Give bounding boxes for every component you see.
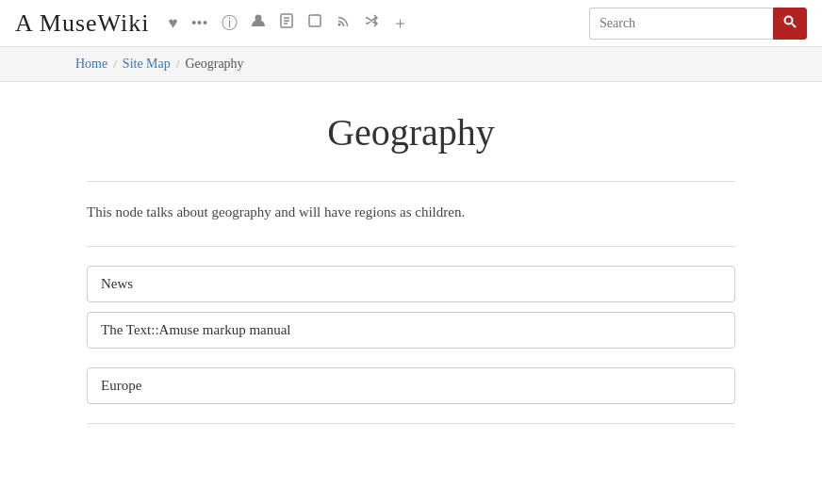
ellipsis-icon[interactable]: ••• (191, 14, 208, 33)
search-button[interactable] (773, 8, 807, 40)
svg-point-7 (785, 17, 793, 24)
title-divider (87, 181, 735, 182)
user-icon[interactable] (251, 13, 266, 33)
page-description: This node talks about geography and will… (87, 201, 735, 223)
content-divider (87, 246, 735, 247)
breadcrumb-sep-2: / (176, 57, 180, 72)
svg-rect-5 (309, 15, 321, 26)
book-icon[interactable] (279, 13, 294, 33)
breadcrumb-sitemap[interactable]: Site Map (123, 57, 171, 72)
heart-icon[interactable]: ♥ (169, 14, 178, 33)
navbar: A MuseWiki ♥ ••• ⓘ ＋ (0, 0, 822, 47)
child-node-europe[interactable]: Europe (87, 367, 735, 404)
child-node-textamuse[interactable]: The Text::Amuse markup manual (87, 312, 735, 349)
shuffle-icon[interactable] (364, 13, 379, 33)
main-content: Geography This node talks about geograph… (72, 82, 750, 480)
bottom-divider (87, 423, 735, 424)
search-form (589, 8, 807, 40)
child-nodes-group2: Europe (87, 367, 735, 404)
page-title: Geography (87, 110, 735, 154)
svg-point-6 (337, 24, 340, 26)
breadcrumb-sep-1: / (113, 57, 117, 72)
rss-icon[interactable] (336, 13, 351, 33)
svg-line-8 (792, 24, 796, 27)
breadcrumb-current: Geography (185, 57, 243, 72)
child-nodes-group1: News The Text::Amuse markup manual (87, 266, 735, 349)
site-brand[interactable]: A MuseWiki (15, 9, 150, 38)
tablet-icon[interactable] (307, 13, 322, 33)
breadcrumb-home[interactable]: Home (75, 57, 107, 72)
child-node-news[interactable]: News (87, 266, 735, 302)
nav-icons: ♥ ••• ⓘ ＋ (169, 12, 582, 34)
breadcrumb: Home / Site Map / Geography (0, 47, 822, 82)
search-input[interactable] (589, 8, 773, 40)
info-icon[interactable]: ⓘ (222, 12, 238, 34)
plus-icon[interactable]: ＋ (392, 12, 408, 34)
